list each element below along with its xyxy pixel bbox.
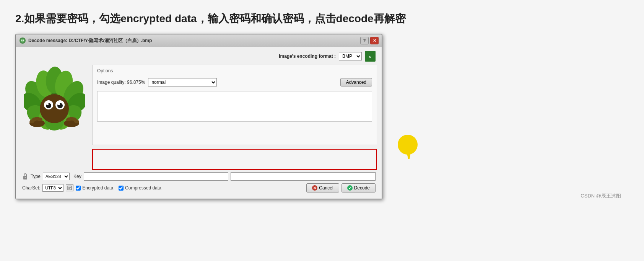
options-panel: Options Image quality: 96.875% normal lo… bbox=[92, 65, 377, 145]
main-body: Options Image quality: 96.875% normal lo… bbox=[21, 65, 377, 145]
text-area-section bbox=[97, 91, 372, 122]
charset-bar: CharSet: UTF8 ASCII UTF16 bbox=[21, 183, 377, 195]
svg-point-1 bbox=[21, 39, 24, 42]
encrypted-data-checkbox[interactable]: Encrypted data bbox=[76, 185, 113, 191]
compressed-data-input[interactable] bbox=[119, 186, 124, 191]
svg-point-2 bbox=[21, 40, 23, 41]
close-button[interactable]: ✕ bbox=[370, 37, 379, 44]
help-button[interactable]: ? bbox=[360, 37, 369, 44]
quality-label: Image quality: 96.875% bbox=[97, 80, 145, 85]
bottom-bar: Type AES128 AES256 DES Key bbox=[21, 170, 377, 183]
message-input-area[interactable] bbox=[92, 149, 377, 170]
encoding-row: Image's encoding format : BMP PNG JPEG S bbox=[21, 51, 377, 62]
edit-icon[interactable] bbox=[66, 184, 73, 191]
compressed-data-checkbox[interactable]: Compressed data bbox=[119, 185, 161, 191]
svg-point-19 bbox=[40, 94, 69, 123]
type-label: Type bbox=[31, 174, 41, 179]
plant-image bbox=[21, 65, 88, 145]
svg-point-24 bbox=[46, 103, 49, 105]
decode-icon bbox=[347, 185, 353, 191]
encoding-select[interactable]: BMP PNG JPEG bbox=[339, 52, 362, 60]
page-title: 2.如果需要密码，勾选encrypted data，输入密码和确认密码，点击de… bbox=[15, 11, 629, 26]
decode-label: Decode bbox=[354, 185, 370, 191]
svg-marker-45 bbox=[407, 153, 411, 159]
cursor-icon bbox=[397, 134, 418, 160]
encoding-label: Image's encoding format : bbox=[279, 54, 336, 59]
charset-label: CharSet: bbox=[22, 185, 40, 191]
quality-select[interactable]: normal low high bbox=[148, 78, 217, 86]
encrypted-data-input[interactable] bbox=[76, 186, 81, 191]
key-input-2[interactable] bbox=[231, 172, 376, 181]
cancel-icon bbox=[312, 185, 317, 191]
svg-point-37 bbox=[25, 177, 26, 178]
cancel-button[interactable]: Cancel bbox=[306, 183, 339, 192]
dialog-window: Decode message: D:/CTF/Y-隐写术/灌河社区（白底）.bm… bbox=[15, 34, 382, 199]
charset-select[interactable]: UTF8 ASCII UTF16 bbox=[42, 184, 63, 192]
lock-icon bbox=[22, 173, 28, 180]
compressed-data-label: Compressed data bbox=[125, 185, 161, 191]
decode-button[interactable]: Decode bbox=[342, 183, 376, 192]
dialog-content: Image's encoding format : BMP PNG JPEG S bbox=[16, 47, 382, 199]
dialog-titlebar: Decode message: D:/CTF/Y-隐写术/灌河社区（白底）.bm… bbox=[16, 34, 382, 47]
advanced-button[interactable]: Advanced bbox=[340, 78, 372, 86]
encrypted-data-label: Encrypted data bbox=[82, 185, 113, 191]
watermark: CSDN @辰王沐阳 bbox=[581, 192, 621, 199]
type-select[interactable]: AES128 AES256 DES bbox=[43, 173, 70, 180]
action-buttons: Cancel Decode bbox=[306, 183, 376, 192]
key-label: Key bbox=[73, 174, 81, 179]
lock-icon-wrapper bbox=[22, 173, 28, 180]
svg-point-3 bbox=[23, 40, 24, 41]
svg-text:S: S bbox=[369, 55, 371, 59]
options-title: Options bbox=[97, 68, 372, 73]
dialog-title: Decode message: D:/CTF/Y-隐写术/灌河社区（白底）.bm… bbox=[28, 38, 152, 44]
cancel-label: Cancel bbox=[319, 185, 333, 191]
plant-character bbox=[24, 67, 85, 143]
titlebar-buttons: ? ✕ bbox=[360, 37, 379, 44]
checkbox-group: Encrypted data Compressed data bbox=[76, 185, 304, 191]
svg-point-25 bbox=[58, 103, 60, 105]
key-input-1[interactable] bbox=[84, 172, 229, 181]
image-quality-row: Image quality: 96.875% normal low high A… bbox=[97, 78, 372, 86]
svg-point-44 bbox=[398, 135, 418, 155]
encoding-icon: S bbox=[365, 51, 376, 62]
app-icon bbox=[19, 37, 26, 44]
